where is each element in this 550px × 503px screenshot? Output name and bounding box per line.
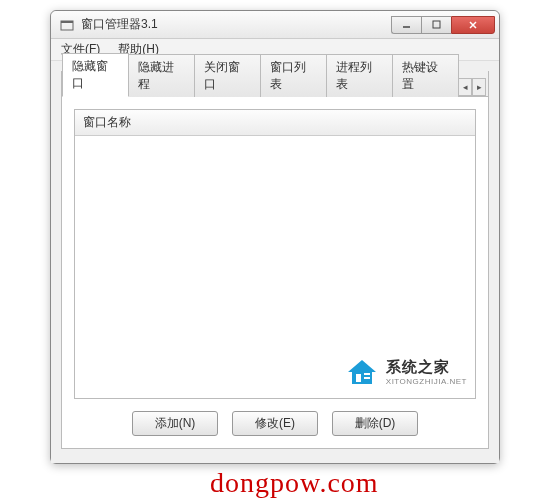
app-window: 窗口管理器3.1 文件(F) 帮助(H) 隐藏窗口 隐藏进程 关闭窗口 窗口列表… bbox=[50, 10, 500, 464]
watermark-cn: 系统之家 bbox=[386, 358, 467, 377]
tab-hotkey-settings[interactable]: 热键设置 bbox=[392, 54, 459, 97]
titlebar[interactable]: 窗口管理器3.1 bbox=[51, 11, 499, 39]
svg-rect-6 bbox=[356, 374, 361, 382]
tab-hide-window[interactable]: 隐藏窗口 bbox=[62, 53, 129, 97]
watermark-en: XITONGZHIJIA.NET bbox=[386, 377, 467, 386]
tab-hide-process[interactable]: 隐藏进程 bbox=[128, 54, 195, 97]
app-icon bbox=[59, 17, 75, 33]
watermark-text: 系统之家 XITONGZHIJIA.NET bbox=[386, 358, 467, 386]
client-area: 隐藏窗口 隐藏进程 关闭窗口 窗口列表 进程列表 热键设置 ◂ ▸ 窗口名称 bbox=[51, 61, 499, 463]
maximize-button[interactable] bbox=[421, 16, 451, 34]
window-list-box[interactable]: 窗口名称 系统之家 XITONGZHIJIA.NET bbox=[74, 109, 476, 399]
tab-scroll-nav: ◂ ▸ bbox=[458, 78, 488, 96]
tab-strip: 隐藏窗口 隐藏进程 关闭窗口 窗口列表 进程列表 热键设置 ◂ ▸ bbox=[62, 71, 488, 97]
tab-container: 隐藏窗口 隐藏进程 关闭窗口 窗口列表 进程列表 热键设置 ◂ ▸ 窗口名称 bbox=[61, 71, 489, 449]
action-button-row: 添加(N) 修改(E) 删除(D) bbox=[74, 411, 476, 436]
tab-close-window[interactable]: 关闭窗口 bbox=[194, 54, 261, 97]
tab-panel-hide-window: 窗口名称 系统之家 XITONGZHIJIA.NET bbox=[62, 97, 488, 448]
tab-process-list[interactable]: 进程列表 bbox=[326, 54, 393, 97]
close-button[interactable] bbox=[451, 16, 495, 34]
svg-rect-1 bbox=[61, 21, 73, 23]
footer-watermark: dongpow.com bbox=[210, 467, 379, 499]
delete-button[interactable]: 删除(D) bbox=[332, 411, 418, 436]
edit-button[interactable]: 修改(E) bbox=[232, 411, 318, 436]
tab-scroll-left-icon[interactable]: ◂ bbox=[458, 78, 472, 96]
window-title: 窗口管理器3.1 bbox=[81, 16, 391, 33]
tab-scroll-right-icon[interactable]: ▸ bbox=[472, 78, 486, 96]
minimize-button[interactable] bbox=[391, 16, 421, 34]
column-header-window-name[interactable]: 窗口名称 bbox=[75, 110, 475, 136]
house-icon bbox=[344, 354, 380, 390]
svg-rect-3 bbox=[433, 21, 440, 28]
tab-window-list[interactable]: 窗口列表 bbox=[260, 54, 327, 97]
add-button[interactable]: 添加(N) bbox=[132, 411, 218, 436]
window-controls bbox=[391, 16, 495, 34]
watermark: 系统之家 XITONGZHIJIA.NET bbox=[344, 354, 467, 390]
